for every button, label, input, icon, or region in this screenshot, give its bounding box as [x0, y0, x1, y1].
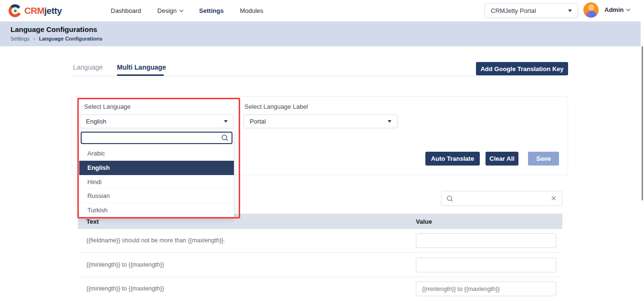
caret-down-icon	[568, 10, 572, 12]
row-text: {{fieldname}} should not be more than {{…	[86, 237, 225, 244]
page-title: Language Configurations	[11, 25, 97, 33]
top-navbar: CRMjetty Dashboard Design Settings Modul…	[0, 0, 644, 21]
brand-name: CRMjetty	[24, 6, 62, 16]
language-option-arabic[interactable]: Arabic	[79, 146, 234, 161]
nav-item-dashboard[interactable]: Dashboard	[111, 7, 141, 14]
crmjetty-logo[interactable]: CRMjetty	[9, 4, 62, 17]
chevron-down-icon	[179, 8, 183, 12]
scrollbar-thumb[interactable]	[642, 46, 643, 200]
vertical-scrollbar[interactable]	[641, 0, 644, 301]
tabs-divider	[72, 76, 568, 76]
language-option-russian[interactable]: Russian	[79, 189, 234, 203]
breadcrumb: Settings › Language Configurations	[11, 36, 103, 42]
search-icon	[221, 134, 229, 144]
language-options-list: Arabic English Hindi Russian Turkish	[79, 146, 234, 218]
admin-label: Admin	[604, 6, 623, 13]
breadcrumb-separator: ›	[33, 36, 35, 42]
table-search-input[interactable]	[456, 192, 547, 205]
language-option-english[interactable]: English	[79, 161, 234, 175]
select-language-label: Select Language	[84, 103, 131, 110]
save-button[interactable]: Save	[528, 152, 559, 166]
row-value-input[interactable]	[416, 258, 556, 272]
language-search-input[interactable]	[81, 132, 232, 144]
language-dropdown-panel: Arabic English Hindi Russian Turkish	[79, 130, 234, 218]
caret-down-icon	[388, 120, 391, 123]
add-google-translation-key-button[interactable]: Add Google Translation Key	[476, 62, 568, 75]
tab-multi-language[interactable]: Multi Language	[117, 63, 166, 71]
tab-language[interactable]: Language	[73, 63, 103, 71]
breadcrumb-settings[interactable]: Settings	[11, 36, 30, 42]
nav-item-settings[interactable]: Settings	[199, 7, 223, 14]
admin-user-menu[interactable]: Admin	[604, 6, 630, 13]
breadcrumb-current: Language Configurations	[39, 36, 102, 42]
nav-item-design[interactable]: Design	[158, 7, 183, 14]
select-language-label-dropdown[interactable]: Portal	[243, 114, 398, 128]
portal-selector-dropdown[interactable]: CRMJetty Portal	[485, 3, 578, 18]
table-row: {{fieldname}} should not be more than {{…	[78, 229, 562, 253]
crmjetty-logo-icon	[9, 4, 21, 17]
language-option-turkish[interactable]: Turkish	[79, 203, 234, 218]
column-header-text: Text	[86, 218, 99, 225]
main-nav: Dashboard Design Settings Modules	[111, 0, 264, 21]
column-header-value: Value	[416, 218, 432, 225]
row-text: {{minlength}} to {{maxlength}}	[86, 261, 164, 268]
table-search-box: ✕	[441, 191, 562, 206]
page-header-band: Language Configurations Settings › Langu…	[0, 21, 641, 46]
select-language-dropdown[interactable]: English	[80, 114, 234, 128]
chevron-down-icon	[626, 7, 630, 11]
avatar[interactable]	[583, 2, 599, 18]
language-option-hindi[interactable]: Hindi	[79, 175, 234, 189]
row-value-input[interactable]	[416, 233, 556, 248]
select-language-label-label: Select Language Label	[244, 103, 308, 110]
clear-all-button[interactable]: Clear All	[486, 152, 518, 166]
row-text: {{minlength}} to {{maxlength}}	[86, 285, 164, 292]
row-value-input[interactable]	[416, 281, 556, 296]
table-row: {{minlength}} to {{maxlength}}	[78, 277, 562, 301]
search-icon	[446, 195, 454, 204]
clear-search-icon[interactable]: ✕	[550, 194, 557, 203]
portal-selector-value: CRMJetty Portal	[491, 7, 536, 14]
select-language-value: English	[86, 118, 106, 125]
nav-item-modules[interactable]: Modules	[240, 7, 263, 14]
auto-translate-button[interactable]: Auto Translate	[425, 152, 480, 166]
table-row: {{minlength}} to {{maxlength}}	[78, 253, 562, 277]
select-language-label-value: Portal	[250, 118, 266, 125]
caret-down-icon	[224, 120, 228, 123]
